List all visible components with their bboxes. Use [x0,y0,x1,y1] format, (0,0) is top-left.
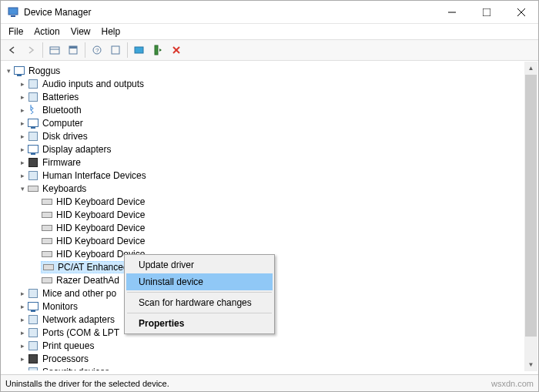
statusbar: Uninstalls the driver for the selected d… [1,374,538,391]
scroll-thumb[interactable] [525,75,537,337]
svg-rect-14 [155,45,158,55]
chevron-right-icon[interactable]: ▸ [18,303,27,310]
firmware-icon [27,156,39,169]
scan-hardware-button[interactable] [149,42,166,59]
svg-rect-0 [8,8,18,15]
toolbar-icon-1[interactable] [107,42,124,59]
chevron-right-icon[interactable]: ▸ [18,290,27,297]
chevron-right-icon[interactable]: ▸ [18,172,27,179]
svg-rect-9 [69,46,77,49]
menu-file[interactable]: File [8,26,23,37]
uninstall-device-button[interactable] [168,42,185,59]
keyboard-icon [41,196,53,208]
chevron-right-icon[interactable]: ▸ [18,106,27,114]
chevron-right-icon[interactable]: ▸ [18,146,27,153]
keyboard-icon [41,235,53,247]
scroll-down-button[interactable]: ▼ [524,358,537,371]
vertical-scrollbar[interactable]: ▲ ▼ [524,62,537,371]
context-scan-hardware[interactable]: Scan for hardware changes [126,294,273,311]
watermark-text: wsxdn.com [491,379,534,388]
computer-icon [27,117,39,129]
tree-leaf-keyboard[interactable]: HID Keyboard Device [1,221,538,234]
menubar: File Action View Help [1,24,538,39]
network-icon [27,313,39,326]
tree-leaf-keyboard[interactable]: HID Keyboard Device [1,208,538,221]
help-button[interactable]: ? [89,42,105,59]
menu-help[interactable]: Help [102,26,121,37]
computer-icon [13,65,25,77]
tree-node-firmware[interactable]: ▸Firmware [1,156,538,169]
context-update-driver[interactable]: Update driver [126,256,273,273]
tree-node-security[interactable]: ▸Security devices [1,365,538,370]
tree-node-computer[interactable]: ▸Computer [1,116,538,129]
chevron-right-icon[interactable]: ▸ [18,355,27,363]
close-button[interactable] [504,1,538,23]
tree-node-disk[interactable]: ▸Disk drives [1,129,538,142]
tree-leaf-keyboard[interactable]: HID Keyboard Device [1,234,538,247]
audio-icon [27,78,39,90]
properties-button[interactable] [65,42,82,59]
scroll-track[interactable] [524,75,537,358]
tree-node-audio[interactable]: ▸Audio inputs and outputs [1,77,538,90]
menu-action[interactable]: Action [34,26,59,37]
tree-node-bluetooth[interactable]: ▸Bluetooth [1,103,538,116]
window-titlebar: Device Manager [1,1,538,24]
context-properties[interactable]: Properties [126,315,273,332]
keyboard-icon [41,222,53,234]
status-text: Uninstalls the driver for the selected d… [5,379,169,388]
tree-node-keyboards[interactable]: ▾Keyboards [1,182,538,195]
svg-rect-12 [112,46,119,54]
tree-node-batteries[interactable]: ▸Batteries [1,90,538,103]
chevron-down-icon[interactable]: ▾ [18,185,27,193]
keyboard-icon [27,183,39,195]
tree-node-print[interactable]: ▸Print queues [1,339,538,352]
forward-button[interactable] [22,42,39,59]
update-driver-button[interactable] [131,42,148,59]
hid-icon [27,169,39,182]
printer-icon [27,340,39,352]
svg-rect-3 [483,8,490,16]
chevron-right-icon[interactable]: ▸ [18,342,27,350]
ports-icon [27,327,39,339]
chevron-right-icon[interactable]: ▸ [18,329,27,337]
chevron-down-icon[interactable]: ▾ [4,67,13,75]
svg-rect-13 [135,47,143,53]
tree-root[interactable]: ▾ Roggus [1,64,538,77]
keyboard-icon [41,274,53,286]
menu-view[interactable]: View [71,26,91,37]
chevron-right-icon[interactable]: ▸ [18,368,27,371]
window-title: Device Manager [24,7,91,18]
chevron-right-icon[interactable]: ▸ [18,316,27,323]
minimize-button[interactable] [434,1,469,23]
display-icon [27,143,39,156]
disk-icon [27,130,39,142]
context-uninstall-device[interactable]: Uninstall device [126,273,273,290]
keyboard-icon [42,261,55,273]
battery-icon [27,91,39,103]
tree-node-display[interactable]: ▸Display adapters [1,142,538,156]
tree-leaf-keyboard[interactable]: HID Keyboard Device [1,195,538,208]
svg-text:?: ? [95,47,99,54]
chevron-right-icon[interactable]: ▸ [18,80,27,88]
keyboard-icon [41,248,53,260]
chevron-right-icon[interactable]: ▸ [18,159,27,166]
bluetooth-icon [27,104,39,116]
svg-rect-1 [11,15,15,17]
maximize-button[interactable] [469,1,504,23]
app-icon [7,6,19,18]
svg-rect-6 [50,47,59,54]
show-hidden-button[interactable] [46,42,63,59]
tree-node-hid[interactable]: ▸Human Interface Devices [1,169,538,182]
scroll-up-button[interactable]: ▲ [524,62,537,75]
chevron-right-icon[interactable]: ▸ [18,93,27,101]
chevron-right-icon[interactable]: ▸ [18,132,27,140]
back-button[interactable] [4,42,21,59]
tree-node-processors[interactable]: ▸Processors [1,352,538,365]
toolbar: ? [1,39,538,61]
context-separator [127,292,272,293]
context-menu: Update driver Uninstall device Scan for … [124,254,275,334]
chevron-right-icon[interactable]: ▸ [18,119,27,127]
shield-icon [27,366,39,371]
keyboard-icon [41,209,53,221]
mouse-icon [27,287,39,300]
